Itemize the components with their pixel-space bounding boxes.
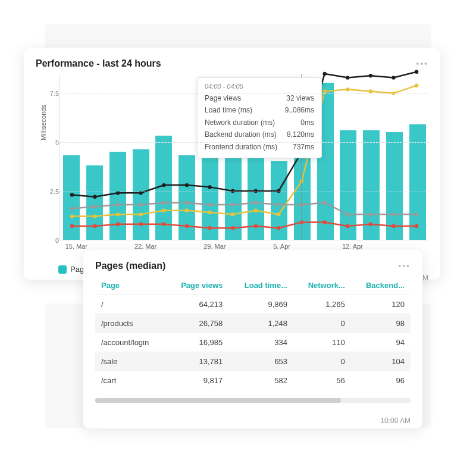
chart-tooltip: 04:00 - 04:05 Page views32 viewsLoad tim… xyxy=(197,77,322,158)
table-card-header: Pages (median) ••• xyxy=(95,261,411,271)
pages-table: PagePage viewsLoad time...Network...Back… xyxy=(95,276,411,390)
table-cell-value: 0 xyxy=(293,352,351,371)
x-tick: 22. Mar xyxy=(134,243,156,250)
table-cell-value: 0 xyxy=(293,314,351,333)
chart-point xyxy=(116,212,120,216)
table-cell-value: 98 xyxy=(351,314,411,333)
table-cell-value: 653 xyxy=(228,352,293,371)
table-column-header[interactable]: Page views xyxy=(165,276,228,295)
table-cell-page: / xyxy=(95,295,165,314)
table-cell-value: 1,265 xyxy=(293,295,351,314)
table-card-title: Pages (median) xyxy=(95,261,165,271)
chart-point xyxy=(208,185,211,189)
pages-table-card: Pages (median) ••• PagePage viewsLoad ti… xyxy=(83,250,422,428)
table-column-header[interactable]: Network... xyxy=(293,276,351,295)
chart-point xyxy=(208,203,211,206)
chart-point xyxy=(322,72,326,76)
y-tick: 2.5 xyxy=(50,188,59,195)
chart-point xyxy=(185,224,189,228)
chart-point xyxy=(231,203,234,206)
chart-point xyxy=(277,226,280,230)
chart-point xyxy=(139,212,143,216)
table-column-header[interactable]: Load time... xyxy=(228,276,293,295)
table-cell-value: 13,781 xyxy=(165,352,228,371)
table-cell-page: /account/login xyxy=(95,333,165,352)
legend-swatch-page-views xyxy=(58,265,67,274)
chart-point xyxy=(162,201,165,204)
chart-point xyxy=(322,220,326,224)
table-cell-value: 16,985 xyxy=(165,333,228,352)
performance-chart-card: Performance - last 24 hours ••• Millisec… xyxy=(24,48,440,280)
tooltip-row: Load time (ms)9.,086ms xyxy=(205,104,314,116)
table-row[interactable]: /sale13,7816530104 xyxy=(95,352,411,371)
x-tick: 12. Apr xyxy=(342,243,363,250)
chart-point xyxy=(208,211,211,214)
chart-point xyxy=(392,76,395,79)
chart-point xyxy=(139,203,143,206)
x-tick: 29. Mar xyxy=(203,243,226,250)
chart-point xyxy=(162,209,165,212)
chart-point xyxy=(369,223,372,226)
table-cell-value: 9,817 xyxy=(165,371,228,390)
tooltip-row: Network duration (ms)0ms xyxy=(205,117,314,129)
table-head: PagePage viewsLoad time...Network...Back… xyxy=(95,276,411,295)
chart-point xyxy=(93,224,96,228)
chart-point xyxy=(346,224,349,228)
x-tick: 5. Apr xyxy=(273,243,290,250)
chart-point xyxy=(231,226,234,230)
table-row[interactable]: /64,2139,8691,265120 xyxy=(95,295,411,314)
chart-point xyxy=(185,183,189,187)
table-cell-value: 9,869 xyxy=(228,295,293,314)
chart-point xyxy=(70,224,74,228)
table-time-badge: 10:00 AM xyxy=(380,416,411,425)
grid-line xyxy=(60,93,428,94)
chart-plot-area[interactable]: Milliseconds 02.557.5 04:00 - 04:05 Page… xyxy=(60,74,428,240)
chart-point xyxy=(116,203,120,206)
table-cell-value: 94 xyxy=(351,333,411,352)
table-horizontal-scrollbar[interactable] xyxy=(95,398,411,403)
chart-point xyxy=(254,209,258,212)
chart-point xyxy=(162,223,165,226)
table-cell-value: 1,248 xyxy=(228,314,293,333)
tooltip-key: Backend duration (ms) xyxy=(205,129,277,140)
chart-point xyxy=(346,212,349,216)
tooltip-value: 9.,086ms xyxy=(285,104,314,116)
tooltip-time: 04:00 - 04:05 xyxy=(205,83,314,90)
chart-point xyxy=(346,87,349,91)
table-cell-value: 26,758 xyxy=(165,314,228,333)
table-card-more-icon[interactable]: ••• xyxy=(398,261,411,271)
chart-point xyxy=(254,224,258,228)
table-header-row: PagePage viewsLoad time...Network...Back… xyxy=(95,276,411,295)
tooltip-value: 8,120ms xyxy=(287,129,314,140)
chart-point xyxy=(231,212,234,216)
table-column-header[interactable]: Page xyxy=(95,276,165,295)
table-cell-value: 96 xyxy=(351,371,411,390)
table-row[interactable]: /products26,7581,248098 xyxy=(95,314,411,333)
chart-point xyxy=(93,214,96,218)
table-column-header[interactable]: Backend... xyxy=(351,276,411,295)
chart-point xyxy=(70,193,74,196)
chart-card-header: Performance - last 24 hours ••• xyxy=(36,58,428,69)
chart-card-more-icon[interactable]: ••• xyxy=(416,59,428,68)
chart-point xyxy=(369,212,372,216)
chart-point xyxy=(392,224,395,228)
chart-point xyxy=(415,84,418,87)
table-row[interactable]: /account/login16,98533411094 xyxy=(95,333,411,352)
chart-point xyxy=(208,226,211,230)
chart-point xyxy=(346,76,349,79)
table-body: /64,2139,8691,265120/products26,7581,248… xyxy=(95,295,411,390)
chart-point xyxy=(415,70,418,74)
table-row[interactable]: /cart9,8175825696 xyxy=(95,371,411,390)
chart-point xyxy=(70,214,74,218)
table-cell-value: 104 xyxy=(351,352,411,371)
chart-point xyxy=(139,223,143,226)
chart-point xyxy=(277,203,280,206)
scrollbar-thumb[interactable] xyxy=(95,398,341,403)
table-cell-value: 110 xyxy=(293,333,351,352)
chart-point xyxy=(369,89,372,93)
table-cell-page: /products xyxy=(95,314,165,333)
chart-point xyxy=(392,212,395,216)
chart-point xyxy=(415,224,418,228)
chart-point xyxy=(322,89,326,93)
table-cell-value: 64,213 xyxy=(165,295,228,314)
